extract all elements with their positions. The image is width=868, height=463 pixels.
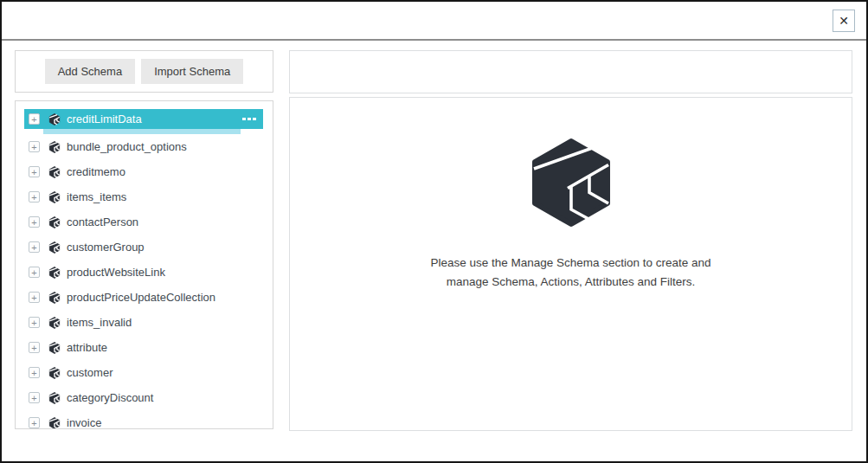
expand-icon[interactable]: +: [29, 342, 40, 353]
schema-row-label: customer: [67, 366, 113, 379]
cube-icon: [48, 267, 61, 279]
empty-state-message-line2: manage Schema, Actions, Attributes and F…: [430, 273, 710, 292]
expand-icon[interactable]: +: [29, 267, 40, 278]
expand-icon[interactable]: +: [29, 141, 40, 152]
cube-icon: [48, 113, 61, 125]
expand-icon[interactable]: +: [29, 113, 40, 125]
expand-icon[interactable]: +: [29, 367, 40, 378]
schema-row[interactable]: + invoice: [16, 410, 273, 429]
schema-row-label: creditmemo: [67, 165, 125, 178]
expand-icon[interactable]: +: [29, 292, 40, 303]
import-schema-button[interactable]: Import Schema: [141, 59, 243, 84]
cube-icon: [48, 241, 61, 254]
cube-icon: [48, 342, 61, 354]
cube-icon: [48, 317, 61, 329]
schema-row[interactable]: + customerGroup: [16, 235, 273, 260]
dialog-header: ✕: [2, 2, 866, 41]
schema-list: + creditLimitData + bundle_product_optio…: [15, 100, 273, 429]
close-button[interactable]: ✕: [833, 10, 855, 32]
add-schema-button[interactable]: Add Schema: [45, 59, 135, 84]
schema-row[interactable]: + productPriceUpdateCollection: [16, 285, 273, 310]
manage-schema-dialog: ✕ Add Schema Import Schema + creditLimit…: [0, 0, 868, 463]
expand-icon[interactable]: +: [29, 191, 40, 203]
cube-icon: [48, 166, 61, 178]
cube-icon: [48, 216, 61, 228]
cube-icon: [48, 392, 61, 404]
right-panel-header: [289, 50, 852, 93]
expand-icon[interactable]: +: [29, 392, 40, 403]
cube-icon: [48, 292, 61, 304]
expand-icon[interactable]: +: [29, 166, 40, 177]
brand-cube-logo-icon: [528, 138, 614, 228]
schema-row[interactable]: + contactPerson: [16, 209, 273, 235]
empty-state-message-line1: Please use the Manage Schema section to …: [430, 254, 710, 273]
schema-row-label: productWebsiteLink: [67, 266, 165, 279]
schema-row-label: attribute: [67, 341, 107, 354]
schema-row-label: categoryDiscount: [67, 391, 153, 404]
expand-icon[interactable]: +: [29, 241, 40, 253]
cube-icon: [48, 191, 61, 203]
schema-row-label: invoice: [67, 416, 101, 429]
schema-row-label: items_items: [67, 190, 126, 203]
expand-icon[interactable]: +: [29, 317, 40, 328]
cube-icon: [48, 141, 61, 153]
right-panel-content: Please use the Manage Schema section to …: [289, 97, 852, 431]
schema-row-label: productPriceUpdateCollection: [67, 291, 215, 304]
schema-row-label: creditLimitData: [67, 113, 142, 125]
schema-row-label: items_invalid: [67, 316, 132, 329]
cube-icon: [48, 367, 61, 379]
expand-icon[interactable]: +: [29, 417, 40, 428]
schema-row[interactable]: + productWebsiteLink: [16, 260, 273, 285]
close-icon: ✕: [839, 14, 849, 28]
schema-row[interactable]: + bundle_product_options: [16, 134, 273, 159]
schema-row-label: bundle_product_options: [67, 140, 187, 153]
empty-state-message: Please use the Manage Schema section to …: [430, 254, 710, 291]
schema-row[interactable]: + categoryDiscount: [16, 385, 273, 410]
expand-icon[interactable]: +: [29, 216, 40, 228]
schema-row[interactable]: + items_items: [16, 184, 273, 209]
schema-row[interactable]: + customer: [16, 360, 273, 385]
schema-row[interactable]: + creditmemo: [16, 159, 273, 184]
schema-row-label: contactPerson: [67, 215, 138, 228]
schema-row[interactable]: + items_invalid: [16, 310, 273, 335]
cube-icon: [48, 417, 61, 429]
schema-row[interactable]: + attribute: [16, 335, 273, 360]
ellipsis-icon[interactable]: [242, 118, 256, 120]
schema-row-selected[interactable]: + creditLimitData: [24, 109, 263, 129]
schema-toolbar: Add Schema Import Schema: [15, 50, 273, 93]
schema-row-label: customerGroup: [67, 241, 145, 254]
